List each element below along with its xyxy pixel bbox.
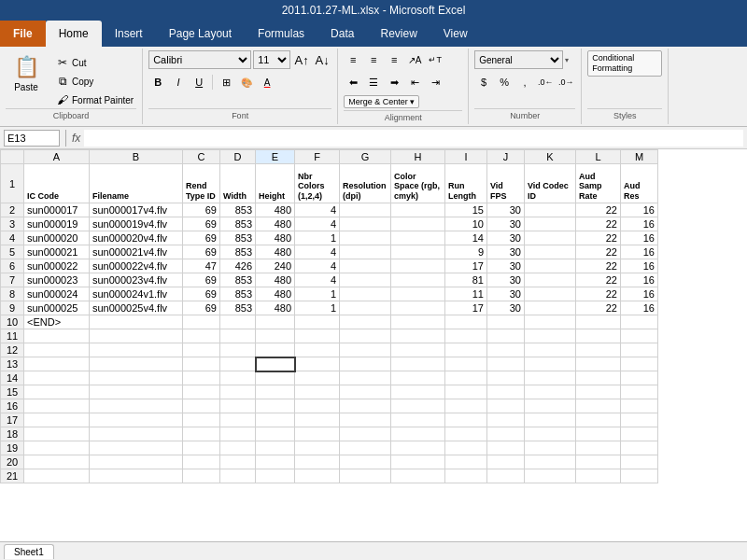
cell-C3[interactable]: 69	[183, 217, 220, 231]
cell-A12[interactable]	[24, 343, 90, 357]
cell-E16[interactable]	[256, 399, 295, 413]
row-header-4[interactable]: 4	[1, 231, 24, 245]
cell-D2[interactable]: 853	[220, 203, 256, 217]
cell-E9[interactable]: 480	[256, 301, 295, 315]
cell-D3[interactable]: 853	[220, 217, 256, 231]
cell-K8[interactable]	[525, 287, 576, 301]
cell-E7[interactable]: 480	[256, 273, 295, 287]
cell-F15[interactable]	[295, 385, 340, 399]
cell-L17[interactable]	[576, 413, 621, 427]
cell-L10[interactable]	[576, 315, 621, 329]
formula-input[interactable]	[84, 130, 743, 147]
col-header-C[interactable]: C	[183, 150, 220, 164]
cell-M19[interactable]	[621, 441, 658, 455]
cell-E11[interactable]	[256, 329, 295, 343]
cell-H10[interactable]	[391, 315, 445, 329]
cell-I2[interactable]: 15	[445, 203, 487, 217]
cell-L19[interactable]	[576, 441, 621, 455]
cell-K18[interactable]	[525, 427, 576, 441]
tab-insert[interactable]: Insert	[102, 21, 156, 47]
orientation-button[interactable]: ↗A	[405, 50, 424, 69]
col-header-M[interactable]: M	[621, 150, 658, 164]
cell-F5[interactable]: 4	[295, 245, 340, 259]
cell-B15[interactable]	[90, 385, 183, 399]
cell-I7[interactable]: 81	[445, 273, 487, 287]
cell-E5[interactable]: 480	[256, 245, 295, 259]
cell-J7[interactable]: 30	[487, 273, 525, 287]
cell-I11[interactable]	[445, 329, 487, 343]
cell-J20[interactable]	[487, 455, 525, 469]
cell-K6[interactable]	[525, 259, 576, 273]
cell-L12[interactable]	[576, 343, 621, 357]
cell-H6[interactable]	[391, 259, 445, 273]
cell-B6[interactable]: sun000022v4.flv	[90, 259, 183, 273]
name-box[interactable]	[4, 130, 60, 147]
cell-A20[interactable]	[24, 455, 90, 469]
cell-H19[interactable]	[391, 441, 445, 455]
cell-I13[interactable]	[445, 357, 487, 371]
cell-A6[interactable]: sun000022	[24, 259, 90, 273]
cell-F9[interactable]: 1	[295, 301, 340, 315]
cell-E20[interactable]	[256, 455, 295, 469]
currency-button[interactable]: $	[474, 73, 493, 91]
cell-E6[interactable]: 240	[256, 259, 295, 273]
cell-K12[interactable]	[525, 343, 576, 357]
cell-K3[interactable]	[525, 217, 576, 231]
cell-L7[interactable]: 22	[576, 273, 621, 287]
indent-decrease-button[interactable]: ⇤	[405, 73, 424, 91]
spreadsheet[interactable]: A B C D E F G H I J K L M 1IC CodeFilena…	[0, 149, 747, 541]
row-header-2[interactable]: 2	[1, 203, 24, 217]
cell-L15[interactable]	[576, 385, 621, 399]
cell-L16[interactable]	[576, 399, 621, 413]
cell-B18[interactable]	[90, 427, 183, 441]
merge-center-button[interactable]: Merge & Center ▾	[344, 95, 419, 108]
cell-D15[interactable]	[220, 385, 256, 399]
cell-H14[interactable]	[391, 371, 445, 385]
cell-F6[interactable]: 4	[295, 259, 340, 273]
format-painter-button[interactable]: 🖌 Format Painter	[52, 91, 136, 108]
cell-K2[interactable]	[525, 203, 576, 217]
cell-D18[interactable]	[220, 427, 256, 441]
cell-J8[interactable]: 30	[487, 287, 525, 301]
cell-K9[interactable]	[525, 301, 576, 315]
cell-D11[interactable]	[220, 329, 256, 343]
cell-F7[interactable]: 4	[295, 273, 340, 287]
cell-J6[interactable]: 30	[487, 259, 525, 273]
cell-F13[interactable]	[295, 357, 340, 371]
cell-M7[interactable]: 16	[621, 273, 658, 287]
fill-color-button[interactable]: 🎨	[237, 73, 256, 91]
cell-J17[interactable]	[487, 413, 525, 427]
cell-C15[interactable]	[183, 385, 220, 399]
cell-K11[interactable]	[525, 329, 576, 343]
cell-A10[interactable]: <END>	[24, 315, 90, 329]
cell-K14[interactable]	[525, 371, 576, 385]
cell-F17[interactable]	[295, 413, 340, 427]
cell-H18[interactable]	[391, 427, 445, 441]
cell-E8[interactable]: 480	[256, 287, 295, 301]
cell-C7[interactable]: 69	[183, 273, 220, 287]
cell-M2[interactable]: 16	[621, 203, 658, 217]
row-header-10[interactable]: 10	[1, 315, 24, 329]
comma-button[interactable]: ,	[515, 73, 534, 91]
cell-C14[interactable]	[183, 371, 220, 385]
cell-H9[interactable]	[391, 301, 445, 315]
cell-G14[interactable]	[340, 371, 391, 385]
cell-K13[interactable]	[525, 357, 576, 371]
cell-G21[interactable]	[340, 469, 391, 483]
cell-L4[interactable]: 22	[576, 231, 621, 245]
cell-M10[interactable]	[621, 315, 658, 329]
cell-B13[interactable]	[90, 357, 183, 371]
cell-H8[interactable]	[391, 287, 445, 301]
percent-button[interactable]: %	[495, 73, 514, 91]
bold-button[interactable]: B	[148, 73, 167, 91]
cell-I9[interactable]: 17	[445, 301, 487, 315]
col-header-F[interactable]: F	[295, 150, 340, 164]
cell-M21[interactable]	[621, 469, 658, 483]
cell-C10[interactable]	[183, 315, 220, 329]
cell-D1[interactable]: Width	[220, 164, 256, 203]
cell-D10[interactable]	[220, 315, 256, 329]
cell-F19[interactable]	[295, 441, 340, 455]
cell-G3[interactable]	[340, 217, 391, 231]
cell-K5[interactable]	[525, 245, 576, 259]
cell-H1[interactable]: Color Space (rgb, cmyk)	[391, 164, 445, 203]
